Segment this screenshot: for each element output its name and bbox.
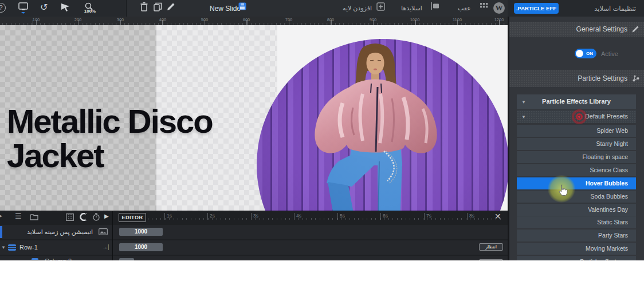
preset-label: Party Stars xyxy=(598,232,628,239)
snap-magnet-icon[interactable] xyxy=(80,213,88,221)
folder-icon[interactable] xyxy=(30,214,38,220)
time-tick: 8s xyxy=(467,213,474,220)
particle-settings-header[interactable]: Particle Settings xyxy=(509,70,644,87)
play-icon[interactable]: ▶ xyxy=(104,213,109,219)
active-label: Active xyxy=(601,50,618,57)
active-toggle[interactable]: ON xyxy=(575,49,596,58)
duplicate-icon[interactable] xyxy=(154,2,162,11)
row-label: انیمیشن پس زمینه اسلاید xyxy=(5,228,93,236)
time-tick: 7s xyxy=(424,213,431,220)
add-layer-icon[interactable] xyxy=(376,2,385,11)
arrow-to-end-icon[interactable]: →| xyxy=(102,244,109,250)
apps-grid-icon[interactable] xyxy=(480,2,488,10)
slider-editor-app: ? ↺ 100% New Slide افزودن لایه ا xyxy=(0,0,644,281)
preset-soda-bubbles[interactable]: Soda Bubbles xyxy=(517,191,636,203)
ruler-label: 400 xyxy=(159,17,167,22)
new-slide-button[interactable]: New Slide xyxy=(210,5,241,13)
time-tick: 3s xyxy=(251,213,258,220)
screenshot-bottom-whitespace xyxy=(0,260,644,281)
preset-spider-web[interactable]: Spider Web xyxy=(517,125,636,137)
default-presets-dropdown[interactable]: ▼ Default Presets xyxy=(517,110,636,123)
row-label: Row-1 xyxy=(19,244,38,251)
preset-static-stars[interactable]: Static Stars xyxy=(517,216,636,228)
general-settings-header[interactable]: General Settings xyxy=(509,22,644,37)
wordpress-icon[interactable]: W xyxy=(493,2,505,14)
particle-effect-addon-button[interactable]: .PARTICLE EFF xyxy=(514,3,559,14)
preset-moving-markets[interactable]: Moving Markets xyxy=(517,243,636,255)
timeline-panel: ▶ ☰ ▶ EDITOR 1s 2s 3s 4s 5s 6s 7s 8s ✕ ا… xyxy=(0,211,508,260)
ruler-label: 1200 xyxy=(494,17,504,22)
layer-list-icon[interactable]: ☰ xyxy=(15,212,22,220)
collapse-chevron-icon[interactable]: ▶ xyxy=(0,213,2,219)
preset-starry-night[interactable]: Starry Night xyxy=(517,138,636,150)
slides-icon[interactable] xyxy=(431,2,439,10)
general-settings-label: General Settings xyxy=(576,25,627,33)
time-tick: 6s xyxy=(380,213,388,220)
toggle-knob xyxy=(576,50,583,57)
preset-label: Hover Bubbles xyxy=(586,180,628,187)
timeline-row-row1[interactable]: ▼ Row-1 →| 1000 انتظار xyxy=(0,240,508,255)
preview-monitor-icon[interactable] xyxy=(18,2,28,14)
slide-canvas[interactable]: Metallic Disco Jacket $139.99 xyxy=(0,25,508,211)
ruler-label: 600 xyxy=(243,17,250,22)
help-icon[interactable]: ? xyxy=(0,3,6,13)
library-header-label: Particle Effects Library xyxy=(517,98,636,105)
undo-icon[interactable]: ↺ xyxy=(40,2,48,13)
back-button[interactable]: عقب xyxy=(458,5,471,12)
preset-party-stars[interactable]: Party Stars xyxy=(517,229,636,242)
particle-nodes-icon[interactable] xyxy=(633,75,639,82)
add-layer-button[interactable]: افزودن لایه xyxy=(343,5,372,12)
row-layer-icon xyxy=(8,244,16,251)
ruler-label: 1100 xyxy=(453,17,462,22)
preset-label: Science Class xyxy=(590,167,628,173)
layer-color-marker xyxy=(0,226,2,238)
time-tick: 4s xyxy=(294,213,301,220)
hand-cursor-icon xyxy=(557,184,568,196)
preset-label: Valentines Day xyxy=(588,206,628,213)
particle-effects-library-dropdown[interactable]: ▼ Particle Effects Library xyxy=(517,94,636,109)
preset-floating-in-space[interactable]: Floating in space xyxy=(517,151,636,163)
edit-pencil-icon[interactable] xyxy=(632,25,639,33)
delete-icon[interactable] xyxy=(140,2,148,11)
time-tick: 5s xyxy=(337,213,345,220)
ruler-label: 1000 xyxy=(410,17,420,22)
toolbar-middle-section xyxy=(127,0,508,17)
preset-label: Floating in space xyxy=(583,153,628,160)
media-thumbnail-icon[interactable] xyxy=(99,228,108,235)
toggle-on-label: ON xyxy=(586,51,593,56)
chevron-down-icon: ▼ xyxy=(521,114,526,120)
preset-hover-bubbles[interactable]: Hover Bubbles xyxy=(517,177,636,189)
timeline-row-background-animation[interactable]: انیمیشن پس زمینه اسلاید 1000 xyxy=(0,225,508,239)
edit-pencil-icon[interactable] xyxy=(167,2,175,11)
preset-label: Soda Bubbles xyxy=(591,193,628,200)
stopwatch-icon[interactable] xyxy=(92,213,100,221)
presets-header-label: Default Presets xyxy=(585,113,628,120)
click-target-icon xyxy=(572,109,587,124)
preset-valentines-day[interactable]: Valentines Day xyxy=(517,204,636,216)
particle-settings-sidebar: General Settings ON Active Particle Sett… xyxy=(509,17,644,260)
wait-tag-badge[interactable]: انتظار xyxy=(479,243,503,251)
keyframes-grid-icon[interactable] xyxy=(66,213,74,221)
slides-button[interactable]: اسلایدها xyxy=(401,5,422,12)
save-slide-icon[interactable] xyxy=(238,2,246,10)
editor-mode-button[interactable]: EDITOR xyxy=(119,213,146,222)
time-tick: 2s xyxy=(207,213,215,220)
preset-label: Starry Night xyxy=(596,140,628,147)
pointer-tool-icon[interactable] xyxy=(61,2,70,11)
slide-title-text[interactable]: Metallic Disco Jacket xyxy=(7,104,213,173)
chevron-down-icon[interactable]: ▼ xyxy=(1,245,6,250)
preset-label: Spider Web xyxy=(596,127,628,134)
timeline-minor-ticks xyxy=(148,218,503,220)
top-toolbar: ? ↺ 100% New Slide افزودن لایه ا xyxy=(0,0,644,17)
time-tick: 1s xyxy=(164,213,172,220)
close-timeline-icon[interactable]: ✕ xyxy=(494,212,501,221)
preset-particle-effect-one[interactable]: Particle effect one xyxy=(517,256,636,260)
ruler-label: 900 xyxy=(370,17,377,22)
ruler-label: 200 xyxy=(74,17,82,22)
ruler-label: 100 xyxy=(33,17,40,22)
duration-badge[interactable]: 1000 xyxy=(119,243,163,251)
preset-science-class[interactable]: Science Class xyxy=(517,164,636,176)
duration-badge[interactable]: 1000 xyxy=(119,228,163,236)
ruler-label: 500 xyxy=(201,17,209,22)
ruler-label: 300 xyxy=(117,17,124,22)
